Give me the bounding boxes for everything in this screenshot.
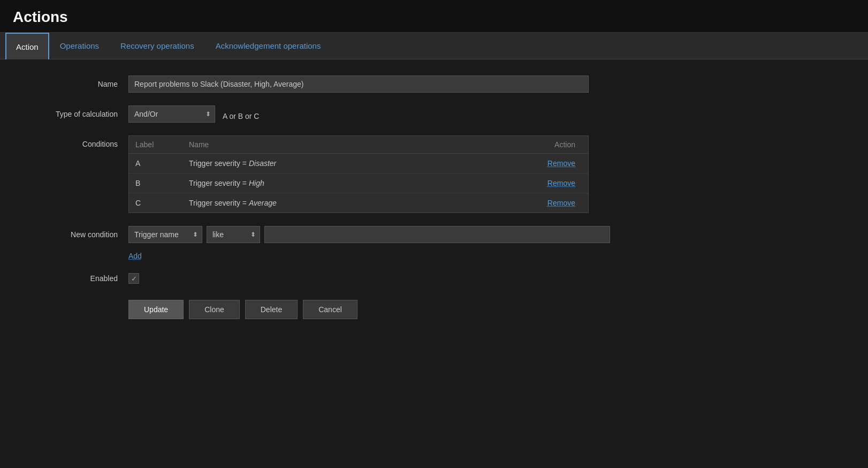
buttons-row: Update Clone Delete Cancel xyxy=(21,300,847,319)
calc-type-select[interactable]: And/Or And Or Custom expression xyxy=(128,105,215,123)
condition-c-name: Trigger severity = Average xyxy=(189,199,528,207)
new-condition-value-input[interactable] xyxy=(264,226,610,243)
conditions-label: Conditions xyxy=(21,135,128,148)
new-condition-operator-select[interactable]: like equal not equal not like xyxy=(207,226,260,243)
new-cond-op-wrapper: like equal not equal not like ⬍ xyxy=(207,226,260,243)
new-condition-row: New condition Trigger name Trigger sever… xyxy=(21,226,847,260)
add-link-container: Add xyxy=(128,247,610,260)
calc-type-row: Type of calculation And/Or And Or Custom… xyxy=(21,105,847,123)
name-control xyxy=(128,76,610,93)
new-condition-control: Trigger name Trigger severity Host name … xyxy=(128,226,610,260)
enabled-row: Enabled ✓ xyxy=(21,273,847,284)
tab-recovery-operations[interactable]: Recovery operations xyxy=(110,33,205,59)
condition-b-name: Trigger severity = High xyxy=(189,179,528,187)
clone-button[interactable]: Clone xyxy=(189,300,240,319)
condition-row-c: C Trigger severity = Average Remove xyxy=(129,193,588,213)
condition-c-action: Remove xyxy=(528,199,582,207)
col-header-action: Action xyxy=(528,140,582,149)
condition-a-label: A xyxy=(135,159,189,168)
update-button[interactable]: Update xyxy=(128,300,184,319)
page-header: Actions xyxy=(0,0,868,33)
calc-formula: A or B or C xyxy=(223,108,259,120)
condition-c-label: C xyxy=(135,199,189,207)
name-label: Name xyxy=(21,76,128,88)
conditions-row: Conditions Label Name Action A Trigger s… xyxy=(21,135,847,213)
enabled-checkbox[interactable]: ✓ xyxy=(128,273,139,284)
new-cond-type-wrapper: Trigger name Trigger severity Host name … xyxy=(128,226,202,243)
tabs-bar: Action Operations Recovery operations Ac… xyxy=(0,33,868,59)
condition-row-b: B Trigger severity = High Remove xyxy=(129,173,588,193)
conditions-control: Label Name Action A Trigger severity = D… xyxy=(128,135,610,213)
add-condition-link[interactable]: Add xyxy=(128,252,142,260)
tab-action[interactable]: Action xyxy=(5,33,49,59)
new-condition-label: New condition xyxy=(21,226,128,239)
tab-operations[interactable]: Operations xyxy=(49,33,110,59)
condition-a-action: Remove xyxy=(528,159,582,168)
conditions-table: Label Name Action A Trigger severity = D… xyxy=(128,135,589,213)
condition-row-a: A Trigger severity = Disaster Remove xyxy=(129,154,588,173)
new-condition-type-select[interactable]: Trigger name Trigger severity Host name … xyxy=(128,226,202,243)
conditions-header: Label Name Action xyxy=(129,136,588,154)
name-row: Name xyxy=(21,76,847,93)
calc-type-select-wrapper: And/Or And Or Custom expression ⬍ xyxy=(128,105,215,123)
new-condition-inputs: Trigger name Trigger severity Host name … xyxy=(128,226,610,243)
condition-c-remove[interactable]: Remove xyxy=(547,199,575,207)
name-input[interactable] xyxy=(128,76,589,93)
condition-a-remove[interactable]: Remove xyxy=(547,159,575,168)
calc-type-control: And/Or And Or Custom expression ⬍ A or B… xyxy=(128,105,610,123)
calc-type-label: Type of calculation xyxy=(21,105,128,118)
condition-b-action: Remove xyxy=(528,179,582,187)
col-header-name: Name xyxy=(189,140,528,149)
tab-acknowledgement-operations[interactable]: Acknowledgement operations xyxy=(205,33,332,59)
delete-button[interactable]: Delete xyxy=(245,300,298,319)
condition-a-name: Trigger severity = Disaster xyxy=(189,159,528,168)
condition-b-remove[interactable]: Remove xyxy=(547,179,575,187)
enabled-label: Enabled xyxy=(21,274,128,283)
col-header-label: Label xyxy=(135,140,189,149)
page-title: Actions xyxy=(13,9,855,26)
content-area: Name Type of calculation And/Or And Or C… xyxy=(0,59,868,335)
cancel-button[interactable]: Cancel xyxy=(303,300,357,319)
condition-b-label: B xyxy=(135,179,189,187)
